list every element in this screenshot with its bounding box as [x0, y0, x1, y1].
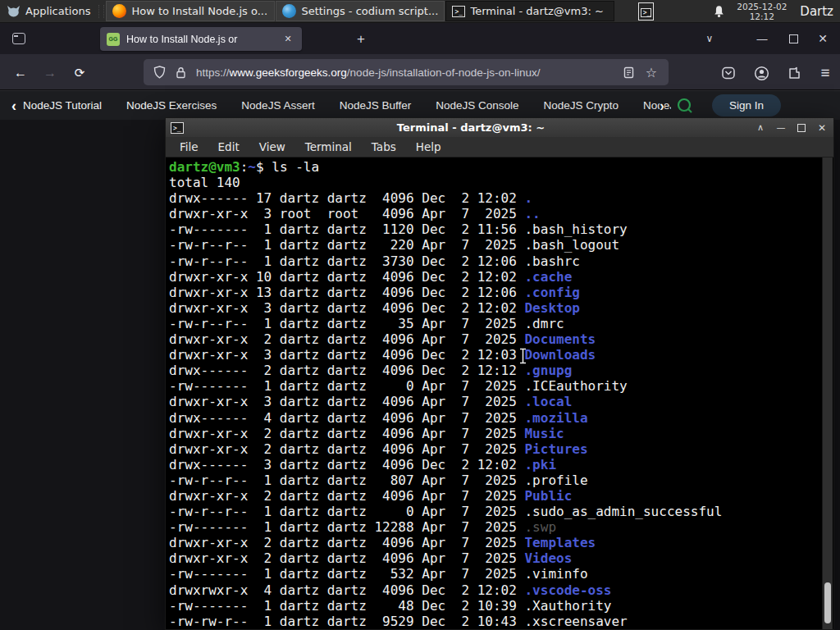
row-details: -rw-r--r-- 1 dartz dartz 3730 Dec 2 12:0… [169, 253, 524, 269]
pocket-icon[interactable] [717, 62, 740, 84]
clock-date: 2025-12-02 [737, 2, 787, 11]
reader-mode-icon[interactable] [623, 66, 634, 79]
reload-button[interactable]: ⟳ [69, 62, 90, 84]
terminal-menu-file[interactable]: File [170, 137, 208, 157]
window-maximize-button[interactable] [783, 28, 804, 49]
row-filename: .Xauthority [524, 598, 611, 614]
row-filename: .config [524, 285, 579, 300]
terminal-body[interactable]: dartz@vm3:~$ ls -latotal 140drwx------ 1… [167, 158, 833, 629]
row-details: -rw-rw-r-- 1 dartz dartz 9529 Dec 2 10:4… [169, 614, 524, 629]
terminal-output-row: drwxr-xr-x 10 dartz dartz 4096 Dec 2 12:… [169, 269, 722, 285]
row-details: drwx------ 2 dartz dartz 4096 Dec 2 12:1… [169, 363, 524, 378]
site-nav-item[interactable]: NodeJS Crypto [544, 99, 619, 112]
tray-terminal-icon[interactable]: >_ [638, 2, 655, 21]
terminal-rollup-button[interactable]: ∧ [754, 121, 767, 135]
terminal-menu-terminal[interactable]: Terminal [295, 137, 362, 157]
clock-time: 12:12 [737, 11, 787, 21]
terminal-total-line: total 140 [169, 175, 722, 190]
site-nav-item[interactable]: NodeJS Exercises [126, 99, 217, 112]
row-filename: Public [524, 488, 572, 504]
terminal-maximize-button[interactable] [795, 121, 808, 135]
taskbar-window-terminal[interactable]: >_Terminal - dartz@vm3: ~ [445, 1, 614, 21]
row-details: drwxr-xr-x 2 dartz dartz 4096 Apr 7 2025 [169, 441, 524, 457]
site-nav-item[interactable]: NodeJS DNS [643, 99, 671, 112]
terminal-output: dartz@vm3:~$ ls -latotal 140drwx------ 1… [169, 159, 722, 629]
forward-button[interactable]: → [39, 62, 61, 84]
row-details: -rw-r--r-- 1 dartz dartz 35 Apr 7 2025 [169, 316, 524, 331]
terminal-minimize-button[interactable]: — [774, 121, 788, 135]
row-filename: .bash_history [524, 221, 627, 237]
prompt-cwd: ~ [248, 159, 256, 175]
terminal-output-row: -rw------- 1 dartz dartz 532 Apr 7 2025 … [169, 566, 722, 582]
site-nav-item[interactable]: NodeJS Console [436, 99, 518, 112]
new-tab-button[interactable]: + [351, 30, 371, 49]
active-tab[interactable]: GG How to Install Node.js or ✕ [100, 27, 302, 51]
terminal-menu-view[interactable]: View [249, 137, 295, 157]
prompt-command: $ ls -la [256, 159, 319, 175]
prompt-separator: : [240, 159, 249, 175]
back-button[interactable]: ← [10, 62, 31, 84]
row-filename: .profile [524, 472, 587, 488]
prompt-user-host: dartz@vm3 [169, 159, 240, 175]
terminal-menu-help[interactable]: Help [406, 137, 451, 157]
row-details: drwxr-xr-x 3 root root 4096 Apr 7 2025 [169, 206, 524, 221]
menu-hamburger-icon[interactable]: ≡ [814, 62, 837, 84]
list-tabs-chevron-icon[interactable]: ∨ [699, 28, 720, 49]
terminal-close-button[interactable]: ✕ [815, 121, 829, 135]
row-details: -rw------- 1 dartz dartz 532 Apr 7 2025 [169, 566, 524, 582]
row-filename: Desktop [524, 300, 579, 316]
terminal-output-row: -rw-r--r-- 1 dartz dartz 0 Apr 7 2025 .s… [169, 504, 722, 519]
account-icon[interactable] [750, 62, 773, 84]
terminal-scrollbar[interactable] [822, 158, 833, 629]
lock-icon[interactable] [176, 66, 186, 79]
taskbar-window-firefox[interactable]: How to Install Node.js o... [106, 1, 275, 21]
row-filename: .dmrc [524, 316, 564, 331]
nav-prev-chevron-icon[interactable]: ‹ [11, 98, 16, 113]
site-nav-item[interactable]: NodeJS Tutorial [23, 99, 102, 112]
extensions-icon[interactable] [783, 62, 806, 84]
applications-label: Applications [25, 5, 90, 17]
site-nav-list: NodeJS TutorialNodeJS ExercisesNodeJS As… [23, 99, 671, 112]
search-icon[interactable] [676, 97, 694, 115]
terminal-output-row: drwxr-xr-x 3 dartz dartz 4096 Apr 7 2025… [169, 394, 722, 409]
site-nav-item[interactable]: NodeJS Assert [241, 99, 314, 112]
mouse-ibeam-cursor [518, 348, 527, 364]
terminal-scrollbar-thumb[interactable] [824, 582, 831, 623]
url-prefix: https:// [196, 66, 230, 79]
terminal-window: >_ Terminal - dartz@vm3: ~ ∧ — ✕ FileEdi… [165, 117, 834, 630]
terminal-window-title: Terminal - dartz@vm3: ~ [166, 121, 776, 134]
terminal-icon: >_ [452, 6, 465, 17]
applications-menu-button[interactable]: Applications [0, 0, 97, 22]
clock[interactable]: 2025-12-02 12:12 [737, 2, 787, 21]
bookmark-star-icon[interactable]: ☆ [646, 65, 657, 80]
firefox-icon [112, 4, 126, 18]
taskbar-window-title: Terminal - dartz@vm3: ~ [470, 5, 603, 17]
terminal-menu-tabs[interactable]: Tabs [362, 137, 406, 157]
row-filename: .gnupg [524, 363, 572, 378]
window-close-button[interactable]: ✕ [812, 28, 833, 49]
tab-close-icon[interactable]: ✕ [281, 32, 295, 47]
nav-next-chevron-icon[interactable]: › [660, 98, 664, 113]
row-filename: .cache [524, 269, 572, 285]
user-menu[interactable]: Dartz [800, 4, 833, 19]
terminal-output-row: drwxr-xr-x 2 dartz dartz 4096 Apr 7 2025… [169, 426, 722, 441]
shield-icon[interactable] [153, 66, 166, 79]
row-filename: Templates [524, 535, 596, 550]
sign-in-button[interactable]: Sign In [712, 94, 781, 116]
terminal-output-row: drwx------ 3 dartz dartz 4096 Dec 2 12:0… [169, 457, 722, 472]
taskbar-window-codium[interactable]: Settings - codium script... [276, 1, 445, 21]
url-domain: www.geeksforgeeks.org [230, 66, 347, 79]
window-minimize-button[interactable]: — [751, 28, 773, 49]
row-details: drwxr-xr-x 2 dartz dartz 4096 Apr 7 2025 [169, 535, 524, 550]
firefox-view-icon[interactable] [10, 30, 28, 47]
notification-bell-icon[interactable] [713, 5, 725, 18]
system-tray: >_ 2025-12-02 12:12 Dartz [638, 0, 840, 22]
terminal-menu-edit[interactable]: Edit [208, 137, 249, 157]
row-filename: .sudo_as_admin_successful [524, 504, 722, 519]
row-details: -rw-r--r-- 1 dartz dartz 807 Apr 7 2025 [169, 472, 524, 488]
url-bar[interactable]: https://www.geeksforgeeks.org/node-js/in… [144, 59, 669, 85]
taskbar-window-title: How to Install Node.js o... [131, 5, 267, 17]
terminal-title-bar[interactable]: >_ Terminal - dartz@vm3: ~ ∧ — ✕ [166, 118, 833, 137]
terminal-output-row: -rw------- 1 dartz dartz 0 Apr 7 2025 .I… [169, 378, 722, 394]
site-nav-item[interactable]: NodeJS Buffer [340, 99, 412, 112]
